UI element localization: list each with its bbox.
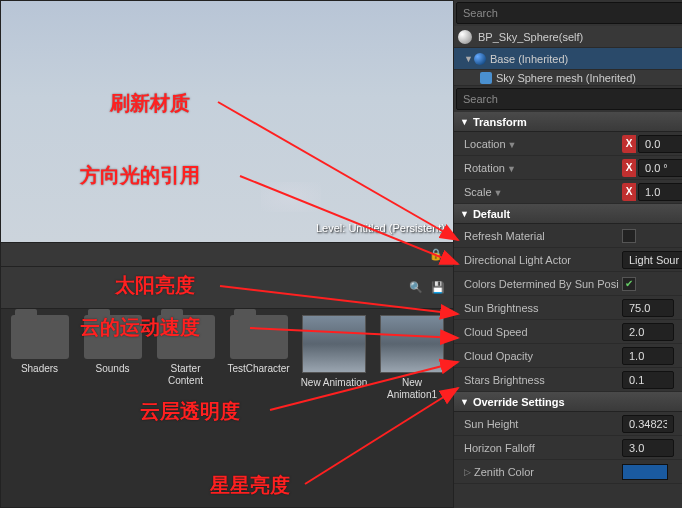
chevron-right-icon[interactable]: ▷	[464, 467, 474, 477]
dropdown-arrow-icon[interactable]: ▼	[507, 164, 516, 174]
cloud-speed-input[interactable]	[622, 323, 674, 341]
actor-icon	[458, 30, 472, 44]
folder-item[interactable]: Shaders	[7, 315, 72, 501]
axis-x-badge: X	[622, 135, 636, 153]
directional-light-dropdown[interactable]	[622, 251, 682, 269]
axis-x-badge: X	[622, 159, 636, 177]
sun-brightness-input[interactable]	[622, 299, 674, 317]
prop-sun-brightness: Sun Brightness	[454, 296, 682, 320]
search-icon[interactable]: 🔍	[407, 279, 425, 297]
folder-icon	[157, 315, 215, 359]
dropdown-arrow-icon[interactable]: ▼	[508, 140, 517, 150]
location-x-input[interactable]	[638, 135, 682, 153]
prop-stars-brightness: Stars Brightness	[454, 368, 682, 392]
section-transform[interactable]: ▼ Transform	[454, 112, 682, 132]
asset-thumbnail	[380, 315, 444, 373]
mesh-icon	[480, 72, 492, 84]
prop-cloud-speed: Cloud Speed	[454, 320, 682, 344]
folder-item[interactable]: Starter Content	[153, 315, 218, 501]
prop-location: Location▼ X	[454, 132, 682, 156]
lock-icon[interactable]: 🔒	[427, 246, 445, 264]
outliner-search[interactable]: Search	[456, 2, 682, 24]
asset-item[interactable]: New Animation	[299, 315, 369, 501]
content-toolbar: 🔍 💾	[0, 267, 454, 309]
save-icon[interactable]: 💾	[429, 279, 447, 297]
prop-refresh-material: Refresh Material	[454, 224, 682, 248]
folder-icon	[230, 315, 288, 359]
colors-by-sun-checkbox[interactable]: ✔	[622, 277, 636, 291]
prop-directional-light: Directional Light Actor	[454, 248, 682, 272]
details-search[interactable]: Search	[456, 88, 682, 110]
scale-x-input[interactable]	[638, 183, 682, 201]
prop-sun-height: Sun Height	[454, 412, 682, 436]
prop-cloud-opacity: Cloud Opacity	[454, 344, 682, 368]
zenith-color-swatch[interactable]	[622, 464, 668, 480]
folder-icon	[11, 315, 69, 359]
rotation-x-input[interactable]	[638, 159, 682, 177]
axis-x-badge: X	[622, 183, 636, 201]
prop-colors-by-sun: Colors Determined By Sun Posi ✔	[454, 272, 682, 296]
chevron-down-icon: ▼	[460, 209, 469, 219]
section-default[interactable]: ▼ Default	[454, 204, 682, 224]
outliner-row-base[interactable]: ▼ Base (Inherited)	[454, 48, 682, 70]
details-panel: Search BP_Sky_Sphere(self) ▼ Base (Inher…	[454, 0, 682, 508]
outliner-label: BP_Sky_Sphere(self)	[478, 31, 583, 43]
outliner-row-root[interactable]: BP_Sky_Sphere(self)	[454, 26, 682, 48]
level-label: Level: Untitled (Persistent)	[316, 222, 445, 234]
asset-item[interactable]: New Animation1	[377, 315, 447, 501]
stars-brightness-input[interactable]	[622, 371, 674, 389]
folder-icon	[84, 315, 142, 359]
content-browser[interactable]: Shaders Sounds Starter Content TestChara…	[0, 309, 454, 508]
section-override[interactable]: ▼ Override Settings	[454, 392, 682, 412]
folder-item[interactable]: Sounds	[80, 315, 145, 501]
chevron-down-icon: ▼	[460, 397, 469, 407]
prop-zenith-color: ▷ Zenith Color	[454, 460, 682, 484]
component-icon	[474, 53, 486, 65]
outliner-row-mesh[interactable]: Sky Sphere mesh (Inherited)	[454, 70, 682, 86]
sun-height-input[interactable]	[622, 415, 674, 433]
outliner-label: Sky Sphere mesh (Inherited)	[496, 72, 636, 84]
viewport[interactable]: Level: Untitled (Persistent)	[0, 0, 454, 243]
prop-rotation: Rotation▼ X	[454, 156, 682, 180]
prop-scale: Scale▼ X	[454, 180, 682, 204]
toolbar-lock-row: 🔒	[0, 243, 454, 267]
dropdown-arrow-icon[interactable]: ▼	[494, 188, 503, 198]
outliner-label: Base (Inherited)	[490, 53, 568, 65]
asset-thumbnail	[302, 315, 366, 373]
chevron-down-icon: ▼	[460, 117, 469, 127]
cloud-opacity-input[interactable]	[622, 347, 674, 365]
expand-arrow-icon[interactable]: ▼	[464, 54, 472, 64]
prop-horizon-falloff: Horizon Falloff	[454, 436, 682, 460]
folder-item[interactable]: TestCharacter	[226, 315, 291, 501]
refresh-material-checkbox[interactable]	[622, 229, 636, 243]
horizon-falloff-input[interactable]	[622, 439, 674, 457]
